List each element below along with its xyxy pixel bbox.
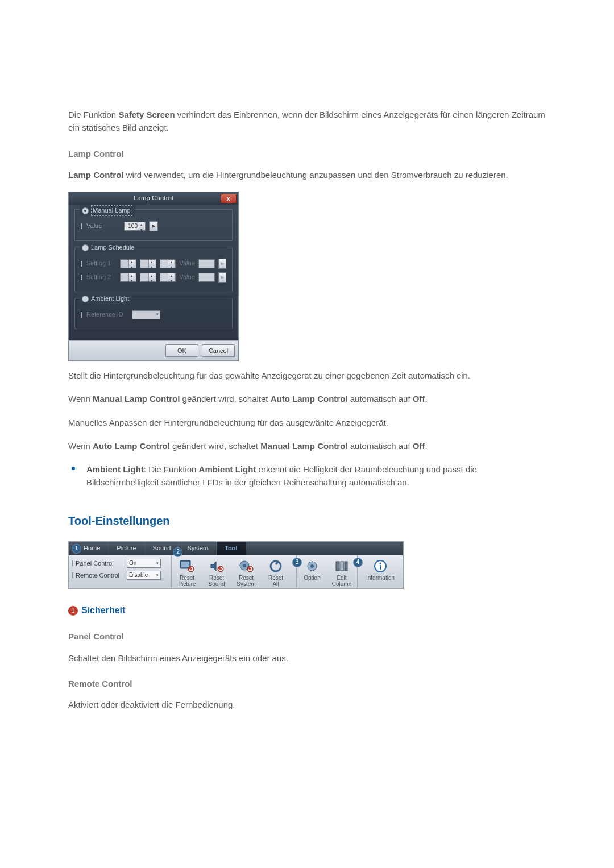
lamp-control-paragraph: Lamp Control wird verwendet, um die Hint… [68, 168, 546, 181]
ok-button[interactable]: OK [165, 344, 198, 357]
text: Off [413, 394, 425, 404]
manual-lamp-radio[interactable] [82, 207, 89, 214]
svg-point-5 [243, 564, 246, 567]
dialog-footer: OK Cancel [69, 340, 238, 360]
tab-label: Home [84, 543, 100, 553]
bullet-icon [72, 467, 75, 470]
reset-all-button[interactable]: Reset All [263, 559, 289, 587]
value-spinner[interactable]: 100 ▴▾ [124, 222, 146, 231]
label: Reset [180, 575, 194, 581]
label: Edit [337, 575, 346, 581]
tab-label: Sound [153, 543, 171, 553]
reset-all-icon [267, 559, 284, 574]
setting2-spin-c: .▴▾ [160, 273, 176, 282]
bar-icon [81, 275, 82, 280]
remote-control-heading: Remote Control [68, 677, 546, 690]
information-button[interactable]: Information [362, 559, 399, 587]
text: . [425, 441, 427, 451]
setting2-label: Setting 2 [86, 272, 117, 282]
reset-picture-icon [179, 559, 196, 574]
ribbon-panel-options: 3 Option Edit Column [297, 555, 358, 588]
ambient-light-bullet: Ambient Light: Die Funktion Ambient Ligh… [68, 463, 546, 489]
text: Ambient Light [86, 464, 144, 474]
value-text: 100 [128, 222, 138, 231]
tab-label: Tool [225, 543, 237, 553]
tab-sound[interactable]: Sound 2 [145, 542, 180, 555]
paragraph: Wenn Auto Lamp Control geändert wird, sc… [68, 439, 546, 452]
reference-id-label: Reference ID [86, 310, 128, 319]
svg-rect-1 [181, 562, 189, 567]
label: Option [304, 575, 320, 581]
play-button[interactable]: ▶ [149, 221, 158, 231]
close-icon: x [227, 194, 230, 203]
text: Wenn [68, 394, 93, 404]
panel-control-text: Schaltet den Bildschirm eines Anzeigeger… [68, 651, 546, 665]
label: All [272, 581, 279, 587]
value-label: Value [86, 221, 121, 231]
tab-label: System [187, 543, 208, 553]
remote-control-dropdown[interactable]: Disable ▾ [127, 571, 161, 580]
svg-rect-10 [336, 562, 339, 571]
reset-sound-button[interactable]: Reset Sound [204, 559, 230, 587]
paragraph: Manuelles Anpassen der Hintergrundbeleuc… [68, 416, 546, 429]
paragraph: Stellt die Hintergrundbeleuchtung für da… [68, 369, 546, 382]
text: geändert wird, schaltet [180, 394, 270, 404]
text: Ambient Light [199, 464, 256, 474]
text: automatisch auf [348, 394, 413, 404]
tab-system[interactable]: System [179, 542, 217, 555]
svg-rect-14 [380, 565, 381, 570]
dropdown-value: On [129, 559, 136, 568]
lamp-schedule-legend: Lamp Schedule [91, 243, 134, 252]
panel-control-label: Panel Control [76, 559, 125, 568]
bar-icon [81, 312, 82, 318]
label: Reset [268, 575, 283, 581]
sicherheit-heading-row: 1 Sicherheit [68, 604, 546, 618]
reset-picture-button[interactable]: Reset Picture [174, 559, 200, 587]
reset-system-icon [238, 559, 255, 574]
reset-sound-icon [208, 559, 225, 574]
chevron-down-icon: ▾ [156, 572, 159, 579]
intro-paragraph: Die Funktion Safety Screen verhindert da… [68, 108, 546, 135]
text: . [425, 394, 427, 404]
text: wird verwendet, um die Hintergrundbeleuc… [124, 170, 508, 180]
lamp-control-dialog: Lamp Control x Manual Lamp Value 100 ▴▾ [68, 192, 239, 361]
tab-picture[interactable]: Picture [109, 542, 144, 555]
panel-control-heading: Panel Control [68, 630, 546, 643]
lamp-schedule-radio[interactable] [82, 244, 89, 251]
text: Auto Lamp Control [271, 394, 348, 404]
setting1-spin-b: .▴▾ [140, 259, 156, 268]
paragraph: Wenn Manual Lamp Control geändert wird, … [68, 392, 546, 405]
label [380, 581, 381, 587]
bar-icon [81, 261, 82, 267]
setting2-value-label: Value [179, 272, 194, 282]
reset-system-button[interactable]: Reset System [233, 559, 259, 587]
edit-column-button[interactable]: Edit Column [329, 559, 355, 587]
information-icon [372, 559, 389, 574]
text: Auto Lamp Control [93, 441, 170, 451]
callout-num-1-red: 1 [68, 606, 78, 616]
safety-screen-bold: Safety Screen [118, 110, 175, 119]
panel-control-dropdown[interactable]: On ▾ [127, 559, 161, 568]
ambient-light-radio[interactable] [82, 296, 89, 302]
svg-point-9 [310, 564, 314, 568]
callout-num-4: 4 [353, 558, 363, 567]
spinner-arrows-icon[interactable]: ▴▾ [138, 222, 144, 230]
label: Reset [239, 575, 254, 581]
setting1-spin-a: .▴▾ [120, 259, 136, 268]
option-button[interactable]: Option [299, 559, 325, 587]
close-button[interactable]: x [221, 194, 237, 203]
remote-control-text: Aktiviert oder deaktiviert die Fernbedie… [68, 698, 546, 711]
lamp-control-heading: Lamp Control [68, 147, 546, 160]
text: Wenn [68, 441, 93, 451]
tab-home[interactable]: 1 Home [69, 542, 109, 555]
text: automatisch auf [348, 441, 413, 451]
text: Manual Lamp Control [93, 394, 180, 404]
ribbon-panel-security: Panel Control On ▾ Remote Control Disabl… [69, 555, 172, 588]
tool-ribbon: 1 Home Picture Sound 2 System Tool Panel… [68, 541, 404, 589]
cancel-button[interactable]: Cancel [202, 344, 235, 357]
svg-rect-11 [341, 562, 344, 571]
tab-tool[interactable]: Tool [217, 542, 246, 555]
remote-control-label: Remote Control [76, 571, 125, 580]
label: Reset [209, 575, 224, 581]
manual-lamp-legend: Manual Lamp [91, 205, 132, 216]
